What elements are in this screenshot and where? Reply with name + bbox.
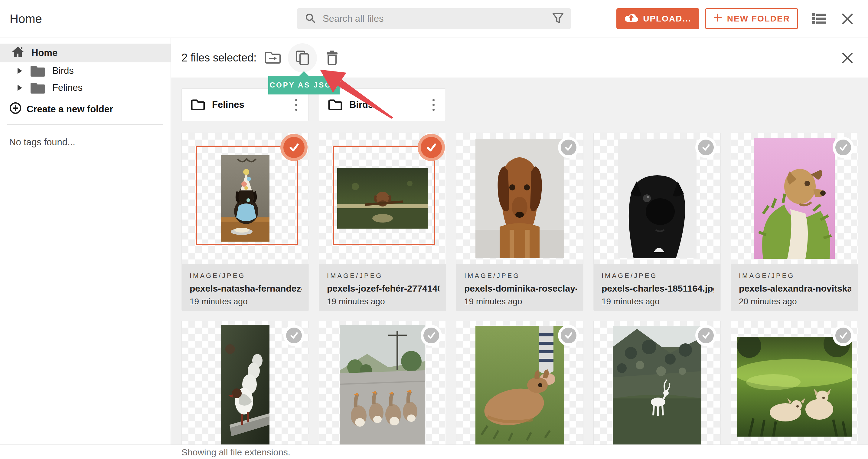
file-checkbox[interactable]: [421, 137, 442, 158]
sidebar-folder-item[interactable]: Felines: [0, 79, 170, 96]
file-meta: IMAGE/JPEG pexels-jozef-fehér-2774140.jp…: [319, 264, 446, 311]
file-card[interactable]: IMAGE/JPEG pexels-dominika-roseclay-8952…: [456, 133, 583, 311]
selection-toolbar: 2 files selected:: [171, 38, 868, 78]
page-title: Home: [10, 12, 42, 26]
file-card[interactable]: IMAGE/JPEG pexels-jozef-fehér-2774140.jp…: [319, 133, 446, 311]
file-checkbox[interactable]: [695, 325, 716, 346]
file-thumbnail[interactable]: [456, 133, 583, 264]
sidebar-item-home[interactable]: Home: [0, 44, 170, 62]
folder-icon: [30, 65, 45, 77]
check-icon: [698, 140, 714, 155]
dog-swimming-stick-photo: [337, 168, 428, 229]
upload-button[interactable]: UPLOAD...: [616, 8, 699, 29]
file-meta: IMAGE/JPEG pexels-dominika-roseclay-8952…: [456, 264, 583, 311]
file-checkbox[interactable]: [695, 137, 716, 158]
close-icon[interactable]: [841, 12, 854, 25]
check-icon: [421, 137, 442, 158]
trash-icon[interactable]: [323, 49, 341, 66]
file-manager-window: Home UPLOAD... NEW FOLDER: [0, 0, 868, 459]
move-to-folder-icon[interactable]: [264, 49, 281, 66]
file-card[interactable]: IMAGE/JPEG pexels-alexandra-novitskaya-2…: [731, 133, 858, 311]
check-icon: [283, 137, 305, 158]
file-mime-type: IMAGE/JPEG: [190, 272, 309, 280]
window-body: Home Birds Felines Create: [0, 38, 868, 444]
caret-right-icon[interactable]: [18, 68, 22, 74]
lambs-grass-photo: [737, 337, 852, 437]
clear-selection-close-icon[interactable]: [841, 51, 854, 64]
file-modified-time: 19 minutes ago: [601, 297, 720, 307]
new-folder-button[interactable]: NEW FOLDER: [705, 8, 798, 29]
check-icon: [424, 327, 439, 343]
file-name: pexels-charles-1851164.jpg: [601, 283, 714, 294]
file-browser-content: Felines Birds: [171, 78, 868, 444]
kebab-menu-icon[interactable]: [293, 97, 299, 113]
copy-as-json-tooltip: COPY AS JSON: [268, 76, 340, 94]
file-thumbnail[interactable]: [319, 133, 446, 264]
file-checkbox[interactable]: [283, 325, 305, 346]
file-thumbnail[interactable]: [731, 321, 858, 444]
file-modified-time: 20 minutes ago: [739, 297, 858, 307]
search-icon: [305, 12, 316, 25]
folder-icon: [30, 82, 45, 93]
file-card[interactable]: [456, 321, 583, 444]
sidebar-folder-label: Felines: [52, 82, 83, 93]
folder-outline-icon: [328, 99, 342, 110]
sidebar: Home Birds Felines Create: [0, 38, 171, 444]
status-bar: Showing all file extensions.: [0, 444, 868, 459]
file-mime-type: IMAGE/JPEG: [464, 272, 583, 280]
check-icon: [286, 327, 302, 343]
file-checkbox[interactable]: [833, 137, 854, 158]
plus-icon: [713, 13, 722, 24]
file-name: pexels-dominika-roseclay-8952...: [464, 283, 577, 294]
file-card[interactable]: [319, 321, 446, 444]
file-thumbnail[interactable]: [456, 321, 583, 444]
check-icon: [835, 327, 851, 343]
folder-card-name: Felines: [212, 99, 293, 110]
file-card[interactable]: IMAGE/JPEG pexels-charles-1851164.jpg 19…: [593, 133, 721, 311]
kebab-menu-icon[interactable]: [431, 97, 436, 113]
file-checkbox[interactable]: [833, 325, 854, 346]
file-thumbnail[interactable]: [731, 133, 858, 264]
file-thumbnail[interactable]: [594, 133, 720, 264]
funnel-icon[interactable]: [553, 13, 563, 25]
copy-icon[interactable]: [294, 49, 311, 66]
search-input[interactable]: [322, 13, 553, 25]
file-card[interactable]: [593, 321, 721, 444]
file-name: pexels-alexandra-novitskaya-2...: [739, 283, 851, 294]
file-name: pexels-natasha-fernandez-733...: [190, 283, 302, 294]
cloud-upload-icon: [624, 12, 638, 25]
dog-party-hat-photo: [221, 155, 270, 241]
file-checkbox[interactable]: [558, 325, 579, 346]
file-thumbnail[interactable]: [319, 321, 446, 444]
search-bar[interactable]: [297, 8, 571, 29]
check-icon: [835, 140, 851, 155]
file-thumbnail[interactable]: [594, 321, 720, 444]
circle-plus-icon: [9, 102, 22, 117]
caret-right-icon[interactable]: [18, 85, 22, 91]
copy-button-hover-halo: [288, 43, 317, 73]
check-icon: [561, 140, 577, 155]
file-grid: IMAGE/JPEG pexels-natasha-fernandez-733.…: [182, 133, 868, 444]
file-mime-type: IMAGE/JPEG: [327, 272, 446, 280]
check-icon: [698, 327, 714, 343]
file-name: pexels-jozef-fehér-2774140.jpg: [327, 283, 439, 294]
status-text: Showing all file extensions.: [182, 447, 290, 458]
house-icon: [11, 46, 24, 60]
file-card[interactable]: [731, 321, 858, 444]
file-checkbox[interactable]: [421, 325, 442, 346]
white-deer-hillside-photo: [613, 326, 701, 445]
file-thumbnail[interactable]: [182, 321, 309, 444]
file-meta: IMAGE/JPEG pexels-charles-1851164.jpg 19…: [594, 264, 720, 311]
file-thumbnail[interactable]: [182, 133, 309, 264]
create-folder-button[interactable]: Create a new folder: [0, 101, 170, 118]
sidebar-divider: [7, 124, 163, 125]
file-modified-time: 19 minutes ago: [464, 297, 583, 307]
list-view-icon[interactable]: [812, 13, 826, 25]
seagulls-railing-photo: [221, 325, 270, 444]
file-modified-time: 19 minutes ago: [190, 297, 309, 307]
file-card[interactable]: IMAGE/JPEG pexels-natasha-fernandez-733.…: [182, 133, 309, 311]
file-checkbox[interactable]: [283, 137, 305, 158]
sidebar-folder-item[interactable]: Birds: [0, 62, 170, 79]
file-checkbox[interactable]: [558, 137, 579, 158]
file-card[interactable]: [182, 321, 309, 444]
